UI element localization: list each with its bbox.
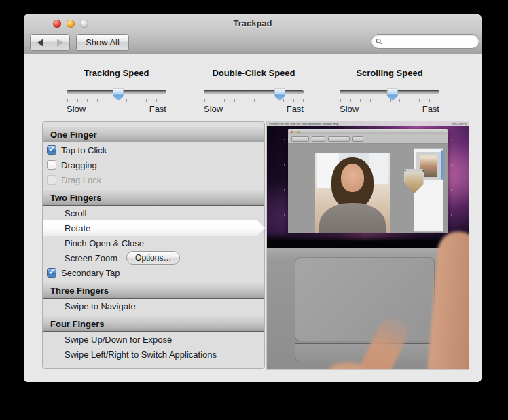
row-secondary-tap[interactable]: ✓ Secondary Tap <box>43 265 264 280</box>
slider-ticks <box>340 99 439 102</box>
checkbox-label: Dragging <box>61 160 97 170</box>
row-screen-zoom[interactable]: Screen Zoom Options… <box>43 250 264 265</box>
gesture-demo-video: Preview File Edit View Go Tools Bookmark… <box>267 121 469 369</box>
slider-min-label: Slow <box>204 104 223 114</box>
options-button[interactable]: Options… <box>126 251 180 265</box>
section-header-four-fingers: Four Fingers <box>43 316 264 332</box>
demo-preview-toolbar <box>288 134 448 144</box>
slider-min-label: Slow <box>340 104 359 114</box>
search-icon <box>376 38 382 45</box>
search-field[interactable] <box>371 34 479 49</box>
slider-max-label: Fast <box>287 104 304 114</box>
checkbox-dragging[interactable] <box>47 160 56 170</box>
toolbar: Show All <box>24 33 482 54</box>
toolbar-button-blob <box>291 136 309 142</box>
demo-photo-woman <box>315 153 390 233</box>
row-swipe-up-down-expose[interactable]: Swipe Up/Down for Exposé <box>43 332 264 347</box>
scrolling-speed-slider: Scrolling Speed Slow Fast <box>340 68 439 121</box>
slider-track[interactable] <box>204 90 304 94</box>
trackpad-surface <box>295 257 435 341</box>
demo-trackpad-scene <box>267 248 469 369</box>
photo-shirt <box>319 203 386 233</box>
desktop-background: Trackpad Show All Tracking Speed <box>0 0 508 420</box>
section-header-two-fingers: Two Fingers <box>43 190 264 206</box>
gesture-options-list: One Finger ✓ Tap to Click Dragging Drag … <box>42 121 265 369</box>
checkbox-label: Drag Lock <box>61 175 101 185</box>
demo-thumbnail-sidebar <box>414 148 443 232</box>
window-header: Trackpad Show All <box>24 14 482 54</box>
tracking-speed-slider: Tracking Speed Slow Fast <box>67 68 166 121</box>
slider-label: Scrolling Speed <box>356 68 422 78</box>
checkbox-drag-lock <box>47 175 56 185</box>
slider-max-label: Fast <box>149 104 166 114</box>
nav-segmented-control <box>30 34 70 51</box>
slider-ticks <box>67 99 166 102</box>
demo-preview-window <box>288 129 448 233</box>
demo-menubar-clock: Fri 1:14 PM <box>452 122 467 126</box>
demo-scrollbar <box>441 150 443 180</box>
row-swipe-left-right-switch[interactable]: Swipe Left/Right to Switch Applications <box>43 347 264 362</box>
toolbar-button-blob <box>352 136 363 142</box>
slider-label: Tracking Speed <box>84 68 149 78</box>
photo-face <box>341 164 364 192</box>
row-drag-lock: Drag Lock <box>43 172 264 187</box>
demo-minimize-icon <box>294 131 296 133</box>
demo-preview-titlebar <box>288 129 448 134</box>
search-input[interactable] <box>385 36 469 47</box>
checkbox-secondary-tap[interactable]: ✓ <box>47 268 56 278</box>
row-rotate-selected[interactable]: Rotate <box>43 221 264 235</box>
demo-menubar-apps: Preview File Edit View Go Tools Bookmark… <box>269 122 338 126</box>
demo-zoom-icon <box>297 131 300 133</box>
slider-label: Double-Click Speed <box>212 68 295 78</box>
thumbnail-3 <box>405 170 424 193</box>
section-header-one-finger: One Finger <box>43 127 264 142</box>
slider-ticks <box>204 99 304 102</box>
checkmark-icon: ✓ <box>48 145 55 153</box>
forward-arrow-icon <box>57 39 63 47</box>
show-all-button[interactable]: Show All <box>76 34 129 51</box>
forward-button[interactable] <box>50 35 69 50</box>
row-tap-to-click[interactable]: ✓ Tap to Click <box>43 142 264 157</box>
checkbox-label: Tap to Click <box>61 145 107 155</box>
window-title: Trackpad <box>24 18 482 28</box>
toolbar-button-blob <box>328 136 350 142</box>
back-button[interactable] <box>31 35 50 50</box>
slider-min-label: Slow <box>67 104 86 114</box>
demo-menubar: Preview File Edit View Go Tools Bookmark… <box>267 121 469 126</box>
checkbox-label: Secondary Tap <box>61 268 120 278</box>
demo-preview-content <box>288 144 448 233</box>
slider-max-label: Fast <box>422 104 439 114</box>
section-header-three-fingers: Three Fingers <box>43 283 264 299</box>
demo-close-icon <box>291 131 293 133</box>
preference-pane-content: Tracking Speed Slow Fast Double-Click Sp… <box>24 54 482 382</box>
row-pinch-open-close[interactable]: Pinch Open & Close <box>43 235 264 250</box>
row-dragging[interactable]: Dragging <box>43 157 264 172</box>
toolbar-button-blob <box>312 136 325 142</box>
titlebar[interactable]: Trackpad <box>24 14 482 33</box>
row-swipe-to-navigate[interactable]: Swipe to Navigate <box>43 299 264 313</box>
back-arrow-icon <box>37 39 43 47</box>
demo-desktop-screen: Preview File Edit View Go Tools Bookmark… <box>267 121 469 248</box>
double-click-speed-slider: Double-Click Speed Slow Fast <box>204 68 304 121</box>
checkbox-tap-to-click[interactable]: ✓ <box>47 145 56 155</box>
checkmark-icon: ✓ <box>48 268 55 276</box>
row-scroll[interactable]: Scroll <box>43 206 264 221</box>
system-preferences-window: Trackpad Show All Tracking Speed <box>24 14 482 382</box>
